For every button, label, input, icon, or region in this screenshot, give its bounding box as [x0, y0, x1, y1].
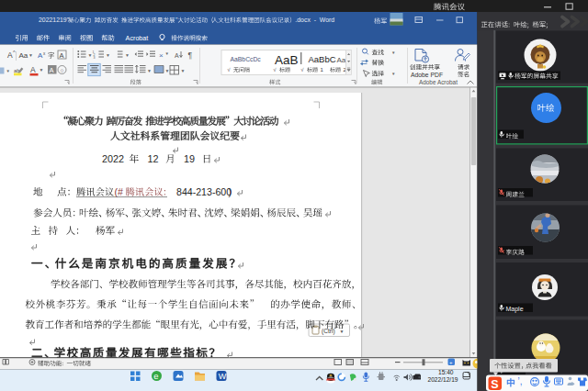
svg-text:(Ctrl): (Ctrl) — [322, 328, 335, 335]
svg-text:Aa: Aa — [19, 51, 28, 60]
svg-text:2022: 2022 — [102, 153, 124, 164]
svg-text:12: 12 — [147, 153, 158, 164]
svg-text:▼: ▼ — [106, 52, 110, 58]
svg-text:▼: ▼ — [165, 51, 169, 56]
svg-text:S: S — [491, 378, 498, 391]
svg-text:(#: (# — [115, 186, 124, 197]
svg-text:e: e — [153, 371, 158, 381]
svg-text:^: ^ — [13, 50, 16, 55]
svg-text:ʼ,: ʼ, — [518, 376, 523, 386]
svg-text:Acrobat: Acrobat — [126, 34, 149, 42]
svg-text:AaBbC: AaBbC — [309, 54, 336, 64]
svg-text:A: A — [175, 52, 179, 59]
svg-text:20221219": 20221219" — [39, 17, 70, 23]
svg-text:W: W — [219, 372, 227, 381]
svg-text:▼: ▼ — [40, 67, 44, 73]
svg-text:A: A — [30, 65, 36, 74]
svg-text:▼: ▼ — [125, 52, 130, 58]
svg-text:AaB: AaB — [275, 53, 299, 67]
svg-text:15:40: 15:40 — [438, 369, 454, 375]
svg-text:844-213-600: 844-213-600 — [176, 186, 232, 197]
svg-text:A: A — [60, 51, 64, 60]
svg-text:Maple: Maple — [506, 306, 524, 313]
svg-text:19: 19 — [184, 153, 195, 164]
svg-text:×: × — [159, 51, 164, 60]
svg-text:3: 3 — [94, 56, 96, 60]
svg-text:▼: ▼ — [181, 68, 186, 73]
svg-text:AaBbCcDc: AaBbCcDc — [231, 56, 262, 62]
svg-text:▼: ▼ — [6, 69, 10, 73]
svg-text:▼: ▼ — [28, 52, 33, 58]
svg-text:▼: ▼ — [147, 68, 152, 73]
svg-text:▼: ▼ — [165, 68, 170, 73]
svg-text:): ) — [229, 186, 232, 197]
svg-text:▼: ▼ — [391, 72, 395, 76]
svg-text:2022/12/19: 2022/12/19 — [427, 376, 458, 383]
svg-text:▼: ▼ — [340, 329, 345, 334]
svg-text:¶: ¶ — [188, 50, 193, 60]
svg-text:▼: ▼ — [391, 50, 395, 55]
svg-text:Adobe PDF: Adobe PDF — [411, 72, 443, 78]
svg-text:+: + — [449, 360, 453, 365]
svg-text:○: ○ — [61, 67, 64, 73]
svg-text:A: A — [50, 66, 54, 74]
svg-text:.docx - Word: .docx - Word — [295, 17, 334, 23]
svg-text:Adobe Acrobat: Adobe Acrobat — [419, 79, 458, 85]
